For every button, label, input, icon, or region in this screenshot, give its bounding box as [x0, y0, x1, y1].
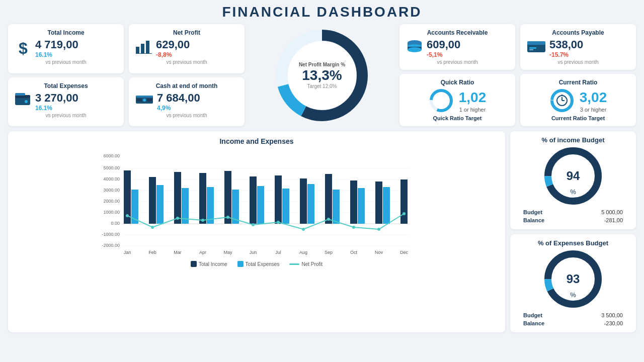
legend-expenses: Total Expenses: [237, 261, 280, 267]
right-kpi-column: Net Profit 629,00 -8,8% vs previous mont…: [129, 24, 245, 126]
svg-text:6000.00: 6000.00: [103, 153, 120, 158]
svg-text:4000.00: 4000.00: [103, 176, 120, 182]
far-right-kpis: Accounts Receivable 609,00 -5,1% vs prev…: [399, 24, 636, 126]
svg-rect-72: [358, 188, 365, 224]
svg-point-76: [126, 214, 129, 217]
profit-margin-donut: Net Profit Margin % 13,3% Target 12,0%: [272, 25, 372, 126]
svg-text:Jan: Jan: [124, 250, 131, 255]
svg-rect-27: [529, 47, 536, 49]
kpi-total-expenses: Total Expenses 3 270,00 16.1% vs previou…: [8, 77, 124, 127]
kpi-accounts-payable: Accounts Payable 538,00 -15.7% vs previo…: [520, 24, 636, 70]
expenses-budget-percent: 93: [567, 272, 580, 286]
svg-rect-74: [383, 187, 390, 224]
legend-net-profit: Net Profit: [289, 261, 323, 267]
legend-income: Total Income: [191, 261, 227, 267]
svg-text:Oct: Oct: [350, 250, 358, 255]
svg-rect-28: [529, 49, 533, 50]
svg-text:Dec: Dec: [400, 250, 409, 255]
chart-legend: Total Income Total Expenses Net Profit: [16, 261, 497, 267]
income-budget-donut: 94 %: [543, 146, 603, 206]
svg-rect-4: [136, 47, 139, 54]
legend-expenses-dot: [237, 261, 244, 267]
svg-rect-69: [325, 174, 332, 224]
svg-rect-11: [147, 99, 152, 102]
income-budget-row: Budget 5 000,00: [518, 208, 628, 216]
center-donut-section: Net Profit Margin % 13,3% Target 12,0%: [250, 24, 394, 126]
svg-text:-1000.00: -1000.00: [102, 232, 120, 237]
svg-rect-5: [141, 44, 144, 54]
svg-point-84: [327, 218, 330, 221]
svg-rect-66: [282, 189, 289, 224]
income-expenses-chart-card: Income and Expenses 6000.00 5000.00 4000…: [8, 131, 505, 332]
kpi-net-profit: Net Profit 629,00 -8,8% vs previous mont…: [129, 24, 245, 73]
svg-rect-57: [174, 172, 181, 224]
cash-icon: [136, 94, 153, 109]
svg-text:2000.00: 2000.00: [103, 199, 120, 204]
svg-rect-65: [275, 175, 282, 224]
expenses-budget-donut: 93 %: [543, 249, 603, 309]
svg-point-85: [352, 226, 355, 229]
income-budget-percent: 94: [567, 169, 580, 183]
budget-cards: % of income Budget 94 %: [510, 131, 636, 332]
svg-rect-75: [400, 179, 408, 224]
payable-current-col: Accounts Payable 538,00 -15.7% vs previo…: [520, 24, 636, 126]
svg-text:Sep: Sep: [325, 250, 333, 255]
svg-rect-9: [136, 96, 153, 98]
svg-text:Jul: Jul: [275, 250, 281, 255]
dashboard: FINANCIAL DASHBOARD Total Income $ 4 719…: [0, 0, 644, 362]
svg-point-79: [201, 219, 204, 222]
svg-text:5000.00: 5000.00: [103, 165, 120, 170]
svg-rect-70: [333, 190, 340, 224]
svg-text:3000.00: 3000.00: [103, 188, 120, 193]
left-kpi-column: Total Income $ 4 719,00 16.1% vs previou…: [8, 24, 124, 126]
svg-point-81: [252, 223, 255, 226]
svg-rect-68: [307, 184, 314, 224]
svg-text:0.00: 0.00: [111, 221, 120, 226]
svg-rect-60: [207, 187, 214, 224]
bottom-section: Income and Expenses 6000.00 5000.00 4000…: [8, 131, 636, 332]
svg-point-24: [434, 94, 448, 108]
svg-point-78: [176, 217, 179, 220]
svg-point-87: [403, 212, 406, 215]
svg-point-80: [226, 216, 229, 219]
svg-rect-55: [149, 177, 156, 224]
svg-text:Mar: Mar: [174, 250, 182, 255]
svg-rect-6: [146, 41, 149, 54]
page-title: FINANCIAL DASHBOARD: [8, 4, 636, 20]
kpi-current-ratio: Current Ratio: [520, 74, 636, 126]
top-section: Total Income $ 4 719,00 16.1% vs previou…: [8, 24, 636, 126]
svg-rect-3: [15, 93, 25, 96]
svg-point-83: [302, 228, 305, 231]
svg-text:May: May: [223, 250, 232, 255]
svg-point-77: [151, 226, 154, 229]
credit-card-icon: [527, 40, 545, 57]
svg-rect-10: [137, 99, 142, 102]
kpi-total-income: Total Income $ 4 719,00 16.1% vs previou…: [8, 24, 124, 73]
svg-text:-2000.00: -2000.00: [102, 243, 120, 248]
svg-rect-73: [375, 182, 382, 224]
expenses-balance-row: Balance -230,00: [518, 319, 628, 327]
svg-text:Nov: Nov: [375, 250, 383, 255]
svg-point-21: [408, 47, 422, 52]
svg-rect-71: [350, 180, 357, 224]
svg-text:1000.00: 1000.00: [103, 210, 120, 215]
svg-point-82: [277, 221, 280, 224]
kpi-quick-ratio: Quick Ratio 1,02 1 or higher: [399, 74, 515, 126]
income-balance-row: Balance -281,00: [518, 216, 628, 224]
svg-point-12: [143, 99, 146, 102]
kpi-cash-end: Cash at end of month 7 684,00 4,9% vs pr…: [129, 77, 245, 127]
svg-rect-56: [156, 185, 164, 224]
legend-income-dot: [191, 261, 197, 267]
current-ratio-icon: [549, 88, 575, 115]
svg-point-2: [25, 100, 28, 103]
donut-text: Net Profit Margin % 13,3% Target 12,0%: [299, 62, 345, 89]
svg-text:Jun: Jun: [250, 250, 257, 255]
svg-text:Aug: Aug: [299, 250, 307, 255]
bar-chart: 6000.00 5000.00 4000.00 3000.00 2000.00 …: [101, 148, 413, 259]
svg-rect-63: [250, 176, 257, 224]
svg-text:Feb: Feb: [148, 250, 156, 255]
legend-net-profit-line: [289, 263, 299, 265]
expenses-budget-row: Budget 3 500,00: [518, 311, 628, 319]
receivable-quick-col: Accounts Receivable 609,00 -5,1% vs prev…: [399, 24, 515, 126]
svg-rect-67: [300, 178, 307, 224]
